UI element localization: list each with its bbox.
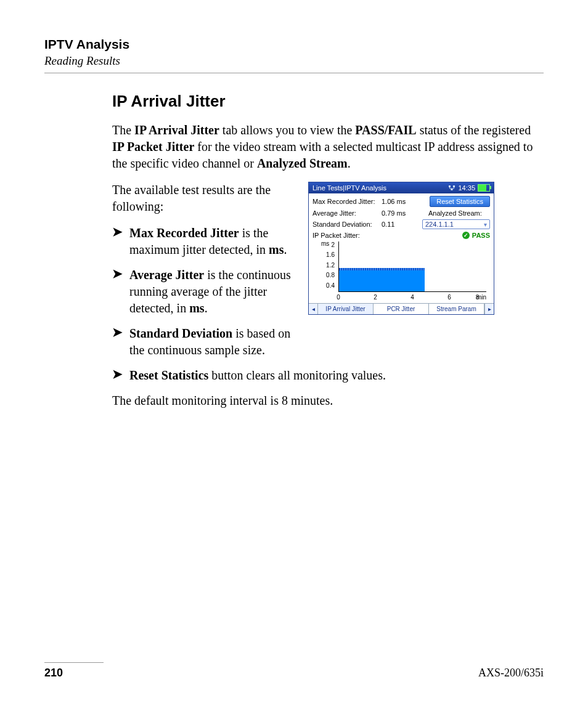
list-item: ➤ Average Jitter is the continuous runni… bbox=[112, 267, 297, 317]
term: Standard Deviation bbox=[129, 327, 232, 340]
list-item: ➤ Reset Statistics button clears all mon… bbox=[112, 367, 544, 384]
x-unit: min bbox=[476, 294, 486, 301]
clock: 14:35 bbox=[458, 184, 475, 192]
window-title: Line Tests|IPTV Analysis bbox=[312, 184, 386, 192]
text-bold: IP Packet Jitter bbox=[112, 140, 194, 153]
arrow-icon: ➤ bbox=[112, 325, 123, 359]
avg-jitter-value: 0.79 ms bbox=[382, 209, 415, 217]
tab-ip-arrival-jitter[interactable]: IP Arrival Jitter bbox=[318, 304, 374, 314]
tab-bar: ◂ IP Arrival Jitter PCR Jitter Stream Pa… bbox=[309, 303, 494, 314]
text: button clears all monitoring values. bbox=[208, 368, 386, 382]
stream-select-value: 224.1.1.1 bbox=[425, 221, 454, 228]
bullet-list: ➤ Max Recorded Jitter is the maximum jit… bbox=[112, 225, 297, 359]
stream-select[interactable]: 224.1.1.1 ▾ bbox=[422, 219, 490, 229]
text: . bbox=[348, 156, 351, 170]
text-bold: PASS/FAIL bbox=[355, 123, 416, 137]
reset-statistics-button[interactable]: Reset Statistics bbox=[430, 196, 490, 207]
y-tick: 1.6 bbox=[317, 251, 335, 258]
plot-area bbox=[338, 241, 486, 292]
closing-paragraph: The default monitoring interval is 8 min… bbox=[112, 392, 544, 409]
text: . bbox=[284, 243, 287, 256]
max-jitter-label: Max Recorded Jitter: bbox=[312, 198, 382, 205]
tab-pcr-jitter[interactable]: PCR Jitter bbox=[374, 304, 429, 314]
y-tick: 1.2 bbox=[317, 261, 335, 268]
avg-jitter-label: Average Jitter: bbox=[312, 209, 382, 217]
header-subtitle: Reading Results bbox=[44, 54, 544, 68]
list-item: ➤ Standard Deviation is based on the con… bbox=[112, 325, 297, 359]
packet-jitter-label: IP Packet Jitter: bbox=[312, 232, 382, 239]
pass-badge: ✓ PASS bbox=[462, 232, 490, 239]
embedded-screenshot: Line Tests|IPTV Analysis 14:35 Max Recor… bbox=[308, 182, 494, 315]
page-header: IPTV Analysis Reading Results bbox=[44, 37, 544, 73]
text: The bbox=[112, 123, 134, 137]
tab-scroll-right[interactable]: ▸ bbox=[484, 304, 494, 314]
check-icon: ✓ bbox=[462, 232, 470, 239]
footer-rule bbox=[44, 662, 104, 663]
jitter-chart: ms 2 1.6 1.2 0.8 0.4 bbox=[317, 241, 490, 301]
svg-rect-0 bbox=[449, 185, 451, 187]
text: status of the registered bbox=[417, 123, 531, 137]
term: Max Recorded Jitter bbox=[129, 226, 239, 240]
intro-paragraph: The IP Arrival Jitter tab allows you to … bbox=[112, 122, 544, 172]
y-tick: 0.4 bbox=[317, 282, 335, 288]
x-tick: 0 bbox=[337, 294, 340, 301]
x-tick: 2 bbox=[374, 294, 377, 301]
bullet-list-cont: ➤ Reset Statistics button clears all mon… bbox=[112, 367, 544, 384]
tab-stream-param[interactable]: Stream Param bbox=[429, 304, 484, 314]
network-icon bbox=[448, 185, 455, 191]
text-bold: Analyzed Stream bbox=[257, 156, 348, 170]
arrow-icon: ➤ bbox=[112, 225, 123, 258]
analyzed-stream-label: Analyzed Stream: bbox=[428, 209, 490, 217]
y-tick: 2 bbox=[317, 241, 335, 248]
svg-rect-1 bbox=[453, 185, 455, 187]
sd-value: 0.11 bbox=[382, 221, 415, 228]
model-number: AXS-200/635i bbox=[478, 667, 544, 680]
unit: ms bbox=[269, 243, 284, 256]
page-number: 210 bbox=[44, 667, 63, 680]
tab-scroll-left[interactable]: ◂ bbox=[309, 304, 318, 314]
svg-rect-2 bbox=[451, 189, 453, 190]
text: . bbox=[205, 301, 208, 315]
y-tick: 0.8 bbox=[317, 272, 335, 278]
chevron-down-icon: ▾ bbox=[484, 221, 487, 228]
lead-paragraph: The available test results are the follo… bbox=[112, 182, 297, 215]
arrow-icon: ➤ bbox=[112, 367, 123, 384]
chart-fill bbox=[339, 270, 425, 291]
x-tick: 4 bbox=[410, 294, 414, 301]
unit: ms bbox=[189, 301, 204, 315]
window-titlebar: Line Tests|IPTV Analysis 14:35 bbox=[309, 182, 494, 193]
arrow-icon: ➤ bbox=[112, 267, 123, 317]
header-title: IPTV Analysis bbox=[44, 37, 544, 52]
pass-text: PASS bbox=[472, 232, 490, 239]
x-tick: 6 bbox=[447, 294, 451, 301]
text-bold: IP Arrival Jitter bbox=[134, 123, 219, 137]
term: Reset Statistics bbox=[129, 368, 208, 382]
page-footer: 210 AXS-200/635i bbox=[44, 662, 544, 680]
list-item: ➤ Max Recorded Jitter is the maximum jit… bbox=[112, 225, 297, 258]
header-rule bbox=[44, 73, 544, 73]
section-title: IP Arrival Jitter bbox=[112, 92, 544, 111]
max-jitter-value: 1.06 ms bbox=[382, 198, 415, 205]
term: Average Jitter bbox=[129, 268, 204, 282]
text: tab allows you to view the bbox=[219, 123, 356, 137]
chart-edge bbox=[339, 268, 425, 270]
sd-label: Standard Deviation: bbox=[312, 221, 382, 228]
battery-icon bbox=[478, 184, 490, 192]
